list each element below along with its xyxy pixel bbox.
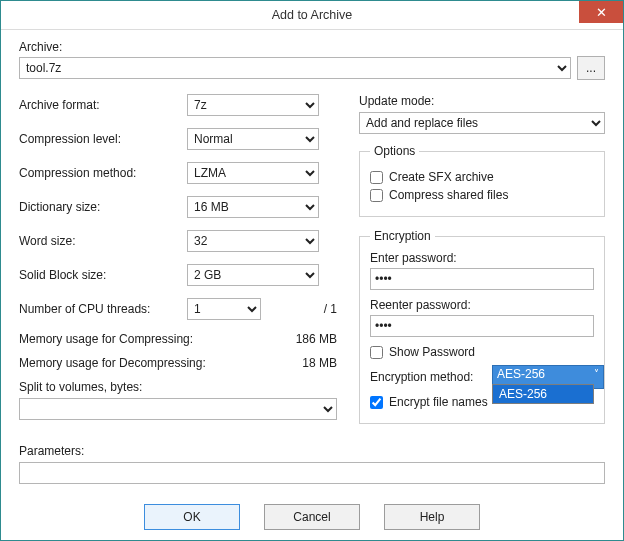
archive-path-select[interactable]: tool.7z xyxy=(19,57,571,79)
show-password-label: Show Password xyxy=(389,345,475,359)
update-mode-label: Update mode: xyxy=(359,94,605,108)
cpu-threads-total: / 1 xyxy=(324,302,337,316)
dictionary-size-select[interactable]: 16 MB xyxy=(187,196,319,218)
show-password-row[interactable]: Show Password xyxy=(370,345,594,359)
close-button[interactable]: ✕ xyxy=(579,1,623,23)
left-column: Archive format: 7z Compression level: No… xyxy=(19,94,337,436)
dictionary-size-label: Dictionary size: xyxy=(19,200,187,214)
compress-shared-row[interactable]: Compress shared files xyxy=(370,188,594,202)
word-size-label: Word size: xyxy=(19,234,187,248)
options-legend: Options xyxy=(370,144,419,158)
show-password-checkbox[interactable] xyxy=(370,346,383,359)
encryption-method-dropdown: AES-256 xyxy=(492,384,594,404)
compression-level-select[interactable]: Normal xyxy=(187,128,319,150)
options-group: Options Create SFX archive Compress shar… xyxy=(359,144,605,217)
dialog-body: Archive: tool.7z ... Archive format: 7z … xyxy=(1,30,623,484)
encryption-method-label: Encryption method: xyxy=(370,370,492,384)
button-bar: OK Cancel Help xyxy=(1,504,623,530)
window-title: Add to Archive xyxy=(272,8,353,22)
compress-shared-checkbox[interactable] xyxy=(370,189,383,202)
archive-format-select[interactable]: 7z xyxy=(187,94,319,116)
mem-decompress-value: 18 MB xyxy=(302,356,337,370)
right-column: Update mode: Add and replace files Optio… xyxy=(359,94,605,436)
encrypt-file-names-label: Encrypt file names xyxy=(389,395,488,409)
browse-button[interactable]: ... xyxy=(577,56,605,80)
ok-button[interactable]: OK xyxy=(144,504,240,530)
encrypt-file-names-checkbox[interactable] xyxy=(370,396,383,409)
split-volumes-label: Split to volumes, bytes: xyxy=(19,380,337,394)
encryption-group: Encryption Enter password: Reenter passw… xyxy=(359,229,605,424)
archive-format-label: Archive format: xyxy=(19,98,187,112)
update-mode-select[interactable]: Add and replace files xyxy=(359,112,605,134)
compression-method-select[interactable]: LZMA xyxy=(187,162,319,184)
create-sfx-checkbox[interactable] xyxy=(370,171,383,184)
parameters-label: Parameters: xyxy=(19,444,84,458)
encryption-method-value: AES-256 xyxy=(497,367,545,381)
word-size-select[interactable]: 32 xyxy=(187,230,319,252)
create-sfx-row[interactable]: Create SFX archive xyxy=(370,170,594,184)
titlebar: Add to Archive ✕ xyxy=(1,1,623,30)
solid-block-size-select[interactable]: 2 GB xyxy=(187,264,319,286)
reenter-password-label: Reenter password: xyxy=(370,298,594,312)
mem-compress-label: Memory usage for Compressing: xyxy=(19,332,193,346)
parameters-input[interactable] xyxy=(19,462,605,484)
solid-block-size-label: Solid Block size: xyxy=(19,268,187,282)
dialog-window: Add to Archive ✕ Archive: tool.7z ... Ar… xyxy=(0,0,624,541)
split-volumes-select[interactable] xyxy=(19,398,337,420)
compress-shared-label: Compress shared files xyxy=(389,188,508,202)
mem-compress-value: 186 MB xyxy=(296,332,337,346)
close-icon: ✕ xyxy=(596,5,607,20)
encryption-legend: Encryption xyxy=(370,229,435,243)
compression-method-label: Compression method: xyxy=(19,166,187,180)
help-button[interactable]: Help xyxy=(384,504,480,530)
compression-level-label: Compression level: xyxy=(19,132,187,146)
cancel-button[interactable]: Cancel xyxy=(264,504,360,530)
enter-password-label: Enter password: xyxy=(370,251,594,265)
mem-decompress-label: Memory usage for Decompressing: xyxy=(19,356,206,370)
reenter-password-input[interactable] xyxy=(370,315,594,337)
enter-password-input[interactable] xyxy=(370,268,594,290)
archive-label: Archive: xyxy=(19,40,605,54)
create-sfx-label: Create SFX archive xyxy=(389,170,494,184)
ellipsis-icon: ... xyxy=(586,61,596,75)
chevron-down-icon: ˅ xyxy=(594,368,599,379)
cpu-threads-label: Number of CPU threads: xyxy=(19,302,187,316)
cpu-threads-select[interactable]: 1 xyxy=(187,298,261,320)
encryption-method-option[interactable]: AES-256 xyxy=(493,385,593,403)
